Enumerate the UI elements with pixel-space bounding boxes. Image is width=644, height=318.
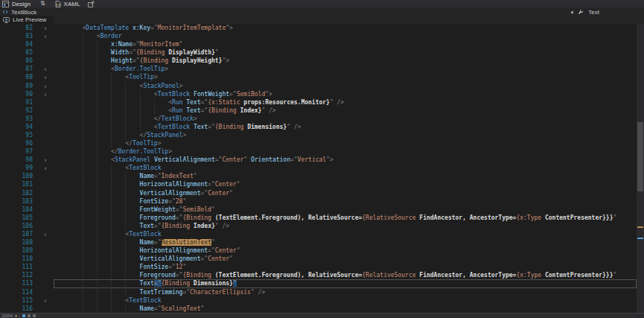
code-text[interactable]: <Border	[54, 32, 637, 40]
line-number[interactable]: 98	[0, 156, 37, 164]
code-text[interactable]: <StackPanel>	[54, 82, 637, 90]
line-number[interactable]: 109	[0, 247, 37, 255]
fit-selection-icon[interactable]	[22, 314, 25, 317]
code-line-112[interactable]: 112 Foreground="{Binding (TextElement.Fo…	[0, 271, 637, 279]
code-text[interactable]: VerticalAlignment="Center"	[54, 255, 637, 263]
code-line-103[interactable]: 103 FontSize="28"	[0, 197, 637, 206]
code-line-88[interactable]: 88∨ <ToolTip>	[0, 73, 637, 81]
swap-panes-icon[interactable]: ⇅	[40, 1, 45, 7]
code-line-92[interactable]: 92 <Run Text="{Binding Index}" />	[0, 106, 637, 115]
code-line-113[interactable]: 113 Text="{Binding Dimensions}"	[0, 279, 637, 287]
code-text[interactable]: <TextBlock	[54, 164, 637, 172]
live-preview-tab[interactable]: Live Preview	[0, 16, 54, 24]
code-line-99[interactable]: 99∨ <TextBlock	[0, 164, 637, 172]
code-line-107[interactable]: 107∨ <TextBlock	[0, 230, 637, 238]
code-text[interactable]: </Border.ToolTip>	[54, 147, 637, 156]
line-number[interactable]: 90	[0, 90, 37, 98]
code-text[interactable]: Foreground="{Binding (TextElement.Foregr…	[54, 214, 637, 222]
line-number[interactable]: 101	[0, 180, 37, 188]
line-number[interactable]: 93	[0, 115, 37, 123]
code-line-95[interactable]: 95 </StackPanel>	[0, 131, 637, 139]
line-number[interactable]: 96	[0, 139, 37, 147]
code-text[interactable]: <TextBlock FontWeight="SemiBold">	[54, 90, 637, 98]
code-text[interactable]: FontSize="12"	[54, 263, 637, 271]
line-number[interactable]: 94	[0, 123, 37, 131]
line-number[interactable]: 113	[0, 279, 37, 287]
line-number[interactable]: 83	[0, 32, 37, 40]
breadcrumb-element[interactable]: TextBlock	[11, 9, 36, 16]
code-line-90[interactable]: 90∨ <TextBlock FontWeight="SemiBold">	[0, 90, 637, 98]
line-number[interactable]: 100	[0, 172, 37, 180]
line-number[interactable]: 106	[0, 222, 37, 230]
line-number[interactable]: 91	[0, 98, 37, 106]
fold-chevron-icon[interactable]: ∨	[37, 164, 54, 172]
code-line-104[interactable]: 104 FontWeight="SemiBold"	[0, 206, 637, 214]
code-line-108[interactable]: 108 Name="ResolutionText"	[0, 238, 637, 247]
code-line-84[interactable]: 84 x:Name="MonitorItem"	[0, 40, 637, 48]
code-line-86[interactable]: 86 Height="{Binding DisplayHeight}">	[0, 57, 637, 65]
code-text[interactable]: <DataTemplate x:Key="MonitorItemTemplate…	[54, 24, 637, 32]
line-number[interactable]: 103	[0, 197, 37, 206]
code-line-98[interactable]: 98∨ <StackPanel VerticalAlignment="Cente…	[0, 156, 637, 164]
code-text[interactable]: <ToolTip>	[54, 73, 637, 81]
line-number[interactable]: 97	[0, 147, 37, 156]
scrollbar-thumb[interactable]	[637, 122, 643, 191]
line-number[interactable]: 111	[0, 263, 37, 271]
code-text[interactable]: </TextBlock>	[54, 115, 637, 123]
code-text[interactable]: Name="ResolutionText"	[54, 238, 637, 247]
line-number[interactable]: 104	[0, 206, 37, 214]
design-tab[interactable]: Design	[2, 1, 31, 7]
code-line-100[interactable]: 100 Name="IndexText"	[0, 172, 637, 180]
code-text[interactable]: Name="IndexText"	[54, 172, 637, 180]
line-number[interactable]: 85	[0, 48, 37, 57]
line-number[interactable]: 116	[0, 305, 37, 313]
code-text[interactable]: TextTrimming="CharacterEllipsis" />	[54, 288, 637, 296]
code-text[interactable]: <Run Text="{x:Static props:Resources.Mon…	[54, 98, 637, 106]
line-number[interactable]: 86	[0, 57, 37, 65]
code-line-102[interactable]: 102 VerticalAlignment="Center"	[0, 189, 637, 197]
code-text[interactable]: <TextBlock	[54, 296, 637, 305]
line-number[interactable]: 102	[0, 189, 37, 197]
code-text[interactable]: <Border.ToolTip>	[54, 65, 637, 73]
code-line-91[interactable]: 91 <Run Text="{x:Static props:Resources.…	[0, 98, 637, 106]
code-text[interactable]: Text="{Binding Index}" />	[54, 222, 637, 230]
line-number[interactable]: 87	[0, 65, 37, 73]
code-line-106[interactable]: 106 Text="{Binding Index}" />	[0, 222, 637, 230]
code-line-85[interactable]: 85 Width="{Binding DisplayWidth}"	[0, 48, 637, 57]
line-number[interactable]: 95	[0, 131, 37, 139]
code-text[interactable]: </ToolTip>	[54, 139, 637, 147]
code-text[interactable]: <TextBlock	[54, 230, 637, 238]
code-line-89[interactable]: 89∨ <StackPanel>	[0, 82, 637, 90]
fold-chevron-icon[interactable]: ∨	[37, 156, 54, 164]
code-text[interactable]: <StackPanel VerticalAlignment="Center" O…	[54, 156, 637, 164]
code-text[interactable]: <Run Text="{Binding Index}" />	[54, 106, 637, 115]
code-line-116[interactable]: 116 Name="ScalingText"	[0, 305, 637, 313]
popout-editor-icon[interactable]	[88, 1, 95, 7]
code-text[interactable]: HorizontalAlignment="Center"	[54, 247, 637, 255]
fold-chevron-icon[interactable]: ∨	[37, 90, 54, 98]
zoom-level[interactable]: 100%	[1, 314, 13, 318]
code-text[interactable]: <TextBlock Text="{Binding Dimensions}" /…	[54, 123, 637, 131]
code-line-87[interactable]: 87∨ <Border.ToolTip>	[0, 65, 637, 73]
fold-chevron-icon[interactable]: ∨	[37, 230, 54, 238]
line-number[interactable]: 92	[0, 106, 37, 115]
code-line-82[interactable]: 82∨ <DataTemplate x:Key="MonitorItemTemp…	[0, 24, 637, 32]
code-text[interactable]: HorizontalAlignment="Center"	[54, 180, 637, 188]
line-number[interactable]: 108	[0, 238, 37, 247]
code-text[interactable]: Foreground="{Binding (TextElement.Foregr…	[54, 271, 637, 279]
code-text[interactable]: x:Name="MonitorItem"	[54, 40, 637, 48]
grid-toggle-icon[interactable]	[28, 314, 31, 317]
code-line-111[interactable]: 111 FontSize="12"	[0, 263, 637, 271]
fold-chevron-icon[interactable]: ∨	[37, 73, 54, 81]
code-line-83[interactable]: 83∨ <Border	[0, 32, 637, 40]
code-text[interactable]: VerticalAlignment="Center"	[54, 189, 637, 197]
fold-chevron-icon[interactable]: ∨	[37, 65, 54, 73]
line-number[interactable]: 107	[0, 230, 37, 238]
code-line-115[interactable]: 115∨ <TextBlock	[0, 296, 637, 305]
fold-chevron-icon[interactable]: ∨	[37, 82, 54, 90]
breadcrumb-dropdown-icon[interactable]: ▾	[571, 10, 574, 15]
quick-edit-wrench-icon[interactable]	[578, 9, 584, 15]
code-text[interactable]: Name="ScalingText"	[54, 305, 637, 313]
line-number[interactable]: 114	[0, 288, 37, 296]
code-line-101[interactable]: 101 HorizontalAlignment="Center"	[0, 180, 637, 188]
